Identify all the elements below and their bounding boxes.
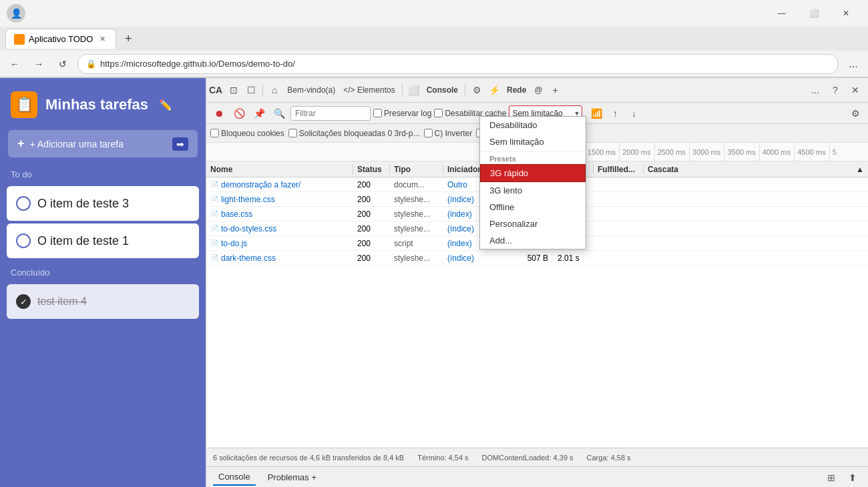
url-bar[interactable]: 🔒 https://microsoftedge.github.io/Demos/… [77, 54, 839, 74]
dropdown-slow3g[interactable]: 3G lento [480, 182, 586, 199]
settings-icon[interactable]: ⚙ [468, 81, 485, 99]
back-button[interactable]: ← [5, 55, 24, 73]
status-bar: 6 solicitações de recursos de 4,6 kB tra… [206, 448, 868, 466]
network-settings-icon[interactable]: ⚙ [847, 105, 864, 122]
timeline-1500: 1500 ms [584, 143, 619, 161]
separator-3 [465, 83, 465, 97]
forward-button[interactable]: → [29, 55, 48, 73]
welcome-tab[interactable]: Bem-vindo(a) [283, 84, 339, 96]
row3-name: base.css [221, 209, 252, 219]
minimize-button[interactable]: — [767, 3, 797, 24]
row3-status: 200 [353, 209, 390, 219]
task-item-1[interactable]: O item de teste 1 [7, 223, 199, 258]
preserve-log-checkbox[interactable] [373, 109, 382, 117]
network-tab[interactable]: Rede [503, 84, 530, 96]
add-tab-icon[interactable]: + [547, 81, 564, 99]
devtools-more-button[interactable]: ... [807, 81, 824, 99]
timeline-2500: 2500 ms [654, 143, 689, 161]
table-row[interactable]: 📄dark-theme.css 200 styleshe... (índice)… [206, 251, 868, 266]
search-icon[interactable]: 🔍 [270, 105, 288, 122]
todo-app-icon: 📋 [11, 91, 37, 118]
timeline-5000: 5 [829, 143, 864, 161]
browser-menu-button[interactable]: ... [844, 55, 863, 73]
blocked-cookies-label[interactable]: Bloqueou cookies [210, 129, 284, 138]
wifi-icon[interactable]: ⚡ [485, 81, 503, 99]
dock-icon[interactable]: ⬆ [844, 469, 861, 486]
task-checkbox-4[interactable]: ✓ [16, 294, 31, 309]
row6-initiator[interactable]: (índice) [443, 254, 507, 263]
load-time: Carga: 4,58 s [587, 454, 631, 462]
row2-type: styleshe... [390, 195, 443, 204]
task-checkbox-3[interactable] [16, 196, 31, 211]
blocked-requests-text: Solicitações bloqueadas 0 3rd-p... [299, 129, 420, 138]
console-icon[interactable]: ⬜ [405, 81, 423, 99]
problems-button[interactable]: Problemas + [262, 470, 322, 485]
task-checkbox-1[interactable] [16, 233, 31, 248]
file-icon: 📄 [210, 181, 218, 188]
invert-label[interactable]: C) Inverter [424, 129, 473, 138]
file-icon: 📄 [210, 254, 218, 262]
timeline-4000: 4000 ms [759, 143, 794, 161]
device-emulation-icon[interactable]: ☐ [242, 81, 260, 99]
devtools-ca-label: CA [206, 85, 225, 95]
task-item-3[interactable]: O item de teste 3 [7, 186, 199, 221]
disable-cache-checkbox[interactable] [434, 109, 443, 117]
todo-section-label: To do [0, 163, 206, 183]
row5-status: 200 [353, 239, 390, 248]
elements-tab[interactable]: </> Elementos [339, 84, 399, 96]
record-icon[interactable]: ⏺ [210, 105, 228, 122]
blocked-cookies-text: Bloqueou cookies [221, 129, 284, 138]
filter-input[interactable] [290, 106, 371, 121]
preserve-log-text: Preservar log [384, 109, 431, 118]
row4-name: to-do-styles.css [221, 224, 276, 233]
console-tab[interactable]: Console [423, 84, 462, 96]
devtools-close-button[interactable]: ✕ [847, 81, 864, 99]
preserve-log-label[interactable]: Preservar log [373, 109, 431, 118]
download-icon[interactable]: ↓ [625, 105, 642, 122]
dropdown-add[interactable]: Add... [480, 232, 586, 249]
row4-status: 200 [353, 224, 390, 233]
add-task-button[interactable]: + + Adicionar uma tarefa ➡ [8, 130, 198, 157]
col-type[interactable]: Tipo [390, 165, 443, 174]
wifi-throttle-icon[interactable]: 📶 [588, 105, 605, 122]
dropdown-no-limit[interactable]: Sem limitação [480, 133, 586, 150]
row2-status: 200 [353, 195, 390, 204]
split-pane-icon[interactable]: ⊞ [823, 469, 840, 486]
dropdown-offline[interactable]: Offline [480, 199, 586, 215]
url-text: https://microsoftedge.github.io/Demos/de… [100, 59, 295, 69]
restore-button[interactable]: ⬜ [799, 3, 829, 24]
inspect-element-icon[interactable]: ⊡ [225, 81, 242, 99]
row6-name: dark-theme.css [221, 254, 276, 263]
timeline-3500: 3500 ms [724, 143, 758, 161]
edit-title-icon[interactable]: ✏️ [159, 99, 172, 111]
finish-time: Término: 4,54 s [417, 454, 468, 462]
invert-checkbox[interactable] [424, 129, 433, 137]
row5-type: script [390, 239, 443, 248]
console-bottom-tab[interactable]: Console [213, 469, 256, 486]
clear-icon[interactable]: 🚫 [230, 105, 248, 122]
refresh-button[interactable]: ↺ [53, 55, 72, 73]
col-name[interactable]: Nome [206, 165, 353, 174]
new-tab-button[interactable]: + [119, 29, 138, 48]
tab-close-button[interactable]: ✕ [97, 34, 107, 45]
dropdown-disabled[interactable]: Desabilitado [480, 117, 586, 133]
upload-icon[interactable]: ↑ [606, 105, 624, 122]
blocked-requests-checkbox[interactable] [288, 129, 297, 137]
devtools-help-button[interactable]: ? [827, 81, 844, 99]
col-fulfilled[interactable]: Fulfilled... [594, 165, 644, 174]
blocked-requests-label[interactable]: Solicitações bloqueadas 0 3rd-p... [288, 129, 420, 138]
pin-icon[interactable]: 📌 [250, 105, 268, 122]
dropdown-fast3g[interactable]: 3G rápido [480, 164, 586, 182]
home-icon[interactable]: ⌂ [266, 81, 283, 99]
browser-tab[interactable]: Aplicativo TODO ✕ [5, 29, 116, 49]
col-cascade[interactable]: Cascata ▲ [644, 165, 868, 174]
task-item-4[interactable]: ✓ test item 4 [7, 284, 199, 319]
dropdown-custom[interactable]: Personalizar [480, 215, 586, 232]
separator-2 [402, 83, 403, 97]
row6-size: 507 B [507, 254, 554, 263]
close-window-button[interactable]: ✕ [831, 3, 861, 24]
file-icon: 📄 [210, 225, 218, 232]
blocked-cookies-checkbox[interactable] [210, 129, 219, 137]
user-avatar: 👤 [7, 4, 25, 23]
col-status[interactable]: Status [353, 165, 390, 174]
